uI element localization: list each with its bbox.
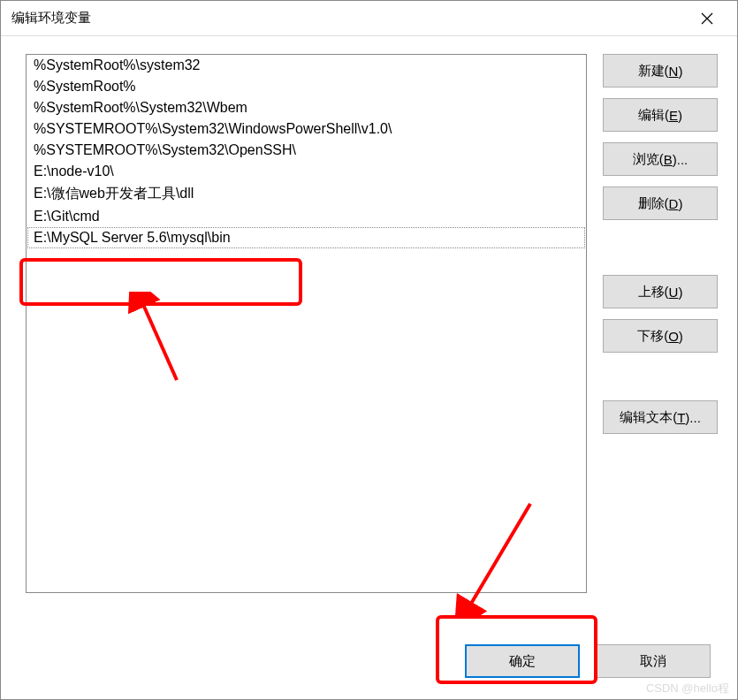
- list-item[interactable]: %SystemRoot%: [27, 76, 586, 97]
- watermark-text: CSDN @hello程: [646, 681, 729, 696]
- list-item[interactable]: %SYSTEMROOT%\System32\OpenSSH\: [27, 140, 586, 161]
- movedown-button[interactable]: 下移(O): [603, 319, 718, 353]
- edittext-button[interactable]: 编辑文本(T)...: [603, 400, 718, 434]
- list-item[interactable]: E:\node-v10\: [27, 161, 586, 182]
- dialog-window: 编辑环境变量 %SystemRoot%\system32%SystemRoot%…: [0, 0, 738, 700]
- close-icon: [701, 12, 713, 25]
- titlebar: 编辑环境变量: [1, 1, 737, 36]
- ok-button[interactable]: 确定: [465, 644, 580, 678]
- content-area: %SystemRoot%\system32%SystemRoot%%System…: [1, 36, 737, 632]
- cancel-button[interactable]: 取消: [596, 644, 711, 678]
- sidebar-buttons: 新建(N) 编辑(E) 浏览(B)... 删除(D) 上移(U) 下移(O) 编…: [603, 54, 718, 623]
- delete-button[interactable]: 删除(D): [603, 186, 718, 220]
- list-item[interactable]: %SystemRoot%\system32: [27, 55, 586, 76]
- edit-button[interactable]: 编辑(E): [603, 98, 718, 132]
- list-item[interactable]: %SYSTEMROOT%\System32\WindowsPowerShell\…: [27, 118, 586, 140]
- path-listbox[interactable]: %SystemRoot%\system32%SystemRoot%%System…: [26, 54, 587, 593]
- footer: 确定 取消: [1, 632, 737, 699]
- list-item[interactable]: %SystemRoot%\System32\Wbem: [27, 97, 586, 118]
- moveup-button[interactable]: 上移(U): [603, 275, 718, 308]
- list-item[interactable]: E:\微信web开发者工具\dll: [27, 182, 586, 206]
- list-item[interactable]: E:\Git\cmd: [27, 206, 586, 227]
- new-button[interactable]: 新建(N): [603, 54, 718, 88]
- browse-button[interactable]: 浏览(B)...: [603, 142, 718, 176]
- window-title: 编辑环境变量: [11, 10, 688, 27]
- close-button[interactable]: [688, 4, 727, 33]
- list-item[interactable]: E:\MySQL Server 5.6\mysql\bin: [28, 228, 584, 247]
